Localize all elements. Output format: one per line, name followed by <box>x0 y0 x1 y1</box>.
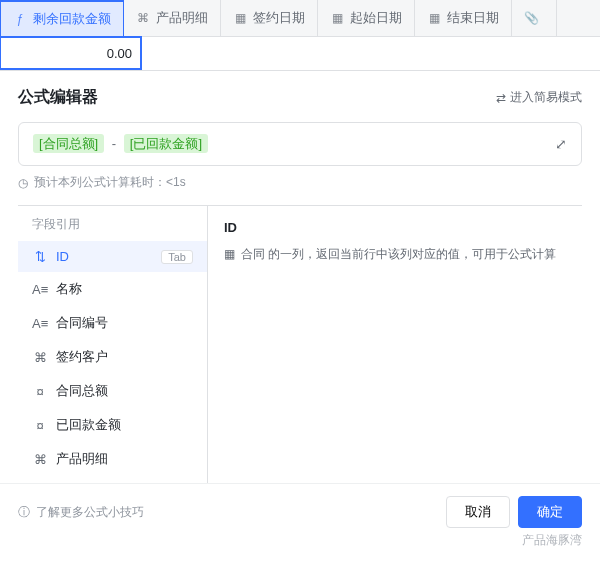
clock-icon: ◷ <box>18 176 28 190</box>
formula-input[interactable]: [合同总额] - [已回款金额] ⤢ <box>18 122 582 166</box>
active-cell[interactable]: 0.00 <box>0 36 142 70</box>
info-icon: ⓘ <box>18 504 30 521</box>
watermark: 产品海豚湾 <box>522 532 582 549</box>
cell-row: 0.00 <box>0 37 600 71</box>
cal-icon: ▦ <box>233 11 247 25</box>
field-item-6[interactable]: ⌘产品明细 <box>18 442 207 476</box>
tab-1[interactable]: ⌘产品明细 <box>124 0 221 36</box>
formula-token: [合同总额] <box>33 134 104 153</box>
usr-icon: ⌘ <box>32 350 48 365</box>
field-item-2[interactable]: A≡合同编号 <box>18 306 207 340</box>
tab-label: 产品明细 <box>156 9 208 27</box>
link-icon: ⌘ <box>136 11 150 25</box>
editor-title: 公式编辑器 <box>18 87 98 108</box>
field-detail: ID ▦ 合同 的一列，返回当前行中该列对应的值，可用于公式计算 <box>208 206 582 483</box>
field-item-1[interactable]: A≡名称 <box>18 272 207 306</box>
tab-2[interactable]: ▦签约日期 <box>221 0 318 36</box>
detail-title: ID <box>224 220 566 235</box>
fx-icon: ƒ <box>13 12 27 26</box>
field-item-4[interactable]: ¤合同总额 <box>18 374 207 408</box>
tab-label: 结束日期 <box>447 9 499 27</box>
cell-value: 0.00 <box>107 46 132 61</box>
field-label: 签约客户 <box>56 348 108 366</box>
editor-footer: ⓘ 了解更多公式小技巧 取消 确定 <box>0 483 600 540</box>
tab-label: 剩余回款金额 <box>33 10 111 28</box>
tab-3[interactable]: ▦起始日期 <box>318 0 415 36</box>
tab-0[interactable]: ƒ剩余回款金额 <box>0 0 124 36</box>
column-icon: ▦ <box>224 245 235 264</box>
field-item-7[interactable]: ▦签约日期 <box>18 476 207 483</box>
field-label: ID <box>56 249 69 264</box>
link-icon: ⌘ <box>32 452 48 467</box>
tips-link[interactable]: ⓘ 了解更多公式小技巧 <box>18 504 144 521</box>
field-item-0[interactable]: ⇅IDTab <box>18 241 207 272</box>
formula-token: [已回款金额] <box>124 134 208 153</box>
clip-icon: 📎 <box>524 11 538 25</box>
num-icon: ⇅ <box>32 249 48 264</box>
field-label: 已回款金额 <box>56 416 121 434</box>
cur-icon: ¤ <box>32 418 48 433</box>
txt-icon: A≡ <box>32 282 48 297</box>
tab-5[interactable]: 📎 <box>512 0 557 36</box>
cancel-button[interactable]: 取消 <box>446 496 510 528</box>
cal-icon: ▦ <box>330 11 344 25</box>
txt-icon: A≡ <box>32 316 48 331</box>
field-label: 名称 <box>56 280 82 298</box>
field-list-header: 字段引用 <box>18 206 207 241</box>
field-label: 合同总额 <box>56 382 108 400</box>
field-label: 合同编号 <box>56 314 108 332</box>
field-item-3[interactable]: ⌘签约客户 <box>18 340 207 374</box>
confirm-button[interactable]: 确定 <box>518 496 582 528</box>
cur-icon: ¤ <box>32 384 48 399</box>
detail-desc: 合同 的一列，返回当前行中该列对应的值，可用于公式计算 <box>241 245 556 264</box>
tab-label: 起始日期 <box>350 9 402 27</box>
field-item-5[interactable]: ¤已回款金额 <box>18 408 207 442</box>
timing-info: ◷ 预计本列公式计算耗时：<1s <box>18 174 582 191</box>
field-list: 字段引用 ⇅IDTabA≡名称A≡合同编号⌘签约客户¤合同总额¤已回款金额⌘产品… <box>18 206 208 483</box>
formula-editor: 公式编辑器 ⇄ 进入简易模式 [合同总额] - [已回款金额] ⤢ ◷ 预计本列… <box>0 71 600 483</box>
expand-icon[interactable]: ⤢ <box>555 136 567 152</box>
key-hint: Tab <box>161 250 193 264</box>
tab-label: 签约日期 <box>253 9 305 27</box>
cal-icon: ▦ <box>427 11 441 25</box>
column-tabs: ƒ剩余回款金额⌘产品明细▦签约日期▦起始日期▦结束日期📎 <box>0 0 600 37</box>
tab-4[interactable]: ▦结束日期 <box>415 0 512 36</box>
field-label: 产品明细 <box>56 450 108 468</box>
swap-icon: ⇄ <box>496 91 506 105</box>
simple-mode-toggle[interactable]: ⇄ 进入简易模式 <box>496 89 582 106</box>
formula-operator: - <box>112 136 116 151</box>
